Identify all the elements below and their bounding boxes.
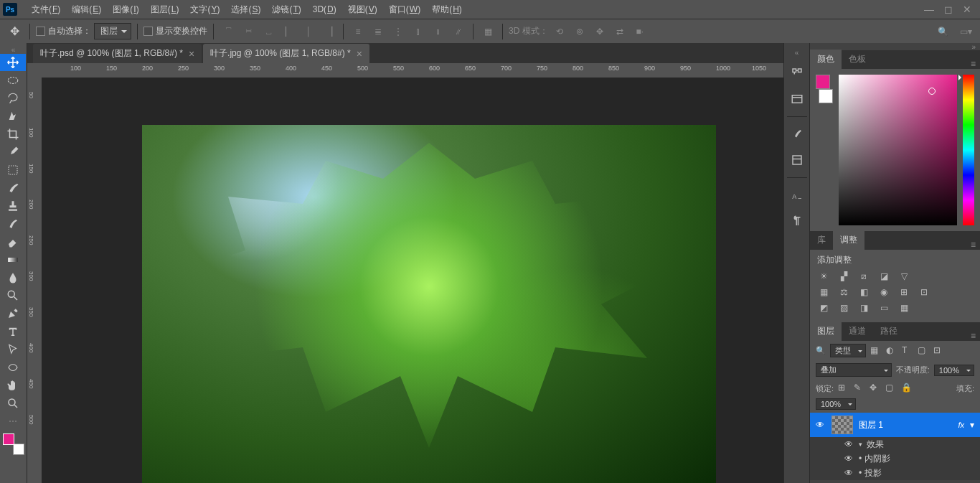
adjust-panel-menu[interactable]: ≡ bbox=[966, 240, 980, 250]
menu-3D[interactable]: 3D(D) bbox=[307, 0, 342, 19]
shape-tool[interactable] bbox=[0, 359, 26, 376]
channel-mixer-icon[interactable]: ⊞ bbox=[897, 286, 910, 298]
layer-thumbnail[interactable] bbox=[831, 416, 853, 434]
align-right-icon[interactable]: ▕ bbox=[320, 23, 337, 40]
selective-color-icon[interactable]: ▦ bbox=[897, 302, 910, 314]
tab-adjustments[interactable]: 调整 bbox=[833, 230, 864, 250]
minimize-button[interactable]: — bbox=[924, 4, 934, 15]
tab-swatches[interactable]: 色板 bbox=[842, 50, 873, 69]
zoom-3d-icon[interactable]: ■· bbox=[631, 23, 649, 40]
eyedropper-tool[interactable] bbox=[0, 144, 26, 161]
hue-icon[interactable]: ▦ bbox=[817, 286, 830, 298]
type-tool[interactable] bbox=[0, 323, 26, 340]
menu-编辑[interactable]: 编辑(E) bbox=[66, 0, 107, 19]
auto-select-target-dropdown[interactable]: 图层 bbox=[94, 23, 131, 39]
menu-窗口[interactable]: 窗口(W) bbox=[383, 0, 426, 19]
zoom-tool[interactable] bbox=[0, 395, 26, 412]
close-button[interactable]: ✕ bbox=[963, 4, 971, 15]
brightness-icon[interactable]: ☀ bbox=[817, 271, 830, 282]
lock-position-icon[interactable]: ✥ bbox=[870, 383, 881, 394]
bg-color-swatch[interactable] bbox=[13, 444, 24, 455]
ruler-origin[interactable] bbox=[27, 63, 42, 78]
lut-icon[interactable]: ⊡ bbox=[918, 286, 930, 298]
edit-toolbar[interactable]: ⋯ bbox=[0, 413, 26, 430]
hue-slider[interactable] bbox=[963, 75, 974, 225]
distribute-5-icon[interactable]: ⫾ bbox=[430, 23, 447, 40]
align-top-icon[interactable]: ⎴ bbox=[220, 23, 237, 40]
menu-图层[interactable]: 图层(L) bbox=[145, 0, 185, 19]
ruler-horizontal[interactable]: 1001502002503003504004505005506006507007… bbox=[42, 63, 783, 78]
layer-filter-dropdown[interactable]: 类型 bbox=[830, 344, 866, 357]
threshold-icon[interactable]: ◨ bbox=[857, 302, 870, 314]
canvas-viewport[interactable] bbox=[42, 78, 783, 483]
gradient-tool[interactable] bbox=[0, 251, 26, 268]
hand-tool[interactable] bbox=[0, 377, 26, 394]
distribute-6-icon[interactable]: ⫽ bbox=[450, 23, 467, 40]
dodge-tool[interactable] bbox=[0, 287, 26, 304]
maximize-button[interactable]: ◻ bbox=[944, 4, 953, 15]
panel-bg-swatch[interactable] bbox=[819, 89, 833, 103]
gradient-map-icon[interactable]: ▭ bbox=[877, 302, 890, 314]
lock-all-icon[interactable]: 🔒 bbox=[901, 383, 913, 394]
brush-presets-icon[interactable] bbox=[788, 151, 806, 169]
layers-panel-menu[interactable]: ≡ bbox=[966, 331, 980, 341]
brushes-panel-icon[interactable] bbox=[788, 126, 806, 143]
menu-选择[interactable]: 选择(S) bbox=[225, 0, 266, 19]
history-panel-icon[interactable] bbox=[788, 65, 806, 82]
screen-mode-icon[interactable]: ▭▾ bbox=[957, 23, 974, 40]
history-brush-tool[interactable] bbox=[0, 215, 26, 233]
roll-3d-icon[interactable]: ⊚ bbox=[571, 23, 588, 40]
tab-close-icon[interactable]: × bbox=[189, 48, 194, 60]
align-bottom-icon[interactable]: ⎵ bbox=[260, 23, 277, 40]
filter-adjust-icon[interactable]: ◐ bbox=[886, 345, 897, 357]
distribute-3-icon[interactable]: ⋮ bbox=[390, 23, 407, 40]
tab-color[interactable]: 颜色 bbox=[810, 50, 842, 69]
filter-pixel-icon[interactable]: ▦ bbox=[870, 345, 882, 357]
exposure-icon[interactable]: ◪ bbox=[877, 271, 890, 282]
menu-视图[interactable]: 视图(V) bbox=[342, 0, 383, 19]
menu-图像[interactable]: 图像(I) bbox=[107, 0, 144, 19]
layer-name[interactable]: 图层 1 bbox=[859, 419, 883, 431]
tab-layers[interactable]: 图层 bbox=[810, 322, 842, 341]
invert-icon[interactable]: ◩ bbox=[817, 302, 830, 314]
blend-mode-dropdown[interactable]: 叠加 bbox=[816, 363, 892, 377]
tab-libraries[interactable]: 库 bbox=[810, 230, 833, 250]
brush-tool[interactable] bbox=[0, 179, 26, 197]
toolbox-collapse[interactable]: « bbox=[0, 46, 27, 53]
visibility-toggle[interactable]: 👁 bbox=[844, 439, 854, 449]
filter-smart-icon[interactable]: ⊡ bbox=[933, 345, 945, 357]
distribute-2-icon[interactable]: ≣ bbox=[369, 23, 387, 40]
dock-collapse[interactable]: « bbox=[784, 49, 809, 56]
slide-3d-icon[interactable]: ⇄ bbox=[611, 23, 628, 40]
auto-select-checkbox[interactable]: 自动选择： bbox=[36, 25, 91, 37]
effects-header[interactable]: 👁 ▾ 效果 bbox=[810, 437, 980, 451]
color-panel-menu[interactable]: ≡ bbox=[966, 59, 980, 69]
posterize-icon[interactable]: ▨ bbox=[837, 302, 850, 314]
layer-row[interactable]: 👁 图层 1 fx ▾ bbox=[810, 413, 980, 437]
blur-tool[interactable] bbox=[0, 269, 26, 286]
lock-artboard-icon[interactable]: ▢ bbox=[885, 383, 897, 394]
search-icon[interactable]: 🔍 bbox=[934, 23, 951, 40]
document-canvas[interactable] bbox=[142, 125, 716, 483]
balance-icon[interactable]: ⚖ bbox=[837, 286, 850, 298]
ruler-vertical[interactable]: 50100150200250300350400450500 bbox=[27, 78, 42, 483]
distribute-1-icon[interactable]: ≡ bbox=[349, 23, 367, 40]
bw-icon[interactable]: ◧ bbox=[857, 286, 870, 298]
pen-tool[interactable] bbox=[0, 305, 26, 322]
effect-drop-shadow[interactable]: 👁 投影 bbox=[810, 466, 980, 480]
visibility-toggle[interactable]: 👁 bbox=[816, 420, 826, 430]
filter-type-icon[interactable]: T bbox=[902, 345, 913, 357]
pan-3d-icon[interactable]: ✥ bbox=[591, 23, 608, 40]
orbit-3d-icon[interactable]: ⟲ bbox=[551, 23, 568, 40]
effect-inner-shadow[interactable]: 👁 内阴影 bbox=[810, 451, 980, 466]
auto-align-icon[interactable]: ▦ bbox=[479, 23, 496, 40]
color-field[interactable] bbox=[839, 75, 957, 225]
show-transform-checkbox[interactable]: 显示变换控件 bbox=[143, 25, 207, 37]
lock-pixels-icon[interactable]: ✎ bbox=[854, 383, 865, 394]
fill-input[interactable]: 100% bbox=[816, 398, 856, 410]
quick-select-tool[interactable] bbox=[0, 108, 26, 125]
menu-文件[interactable]: 文件(F) bbox=[26, 0, 66, 19]
fx-chevron-icon[interactable]: ▾ bbox=[970, 420, 974, 430]
color-picker-cursor[interactable] bbox=[928, 88, 936, 95]
align-hcenter-icon[interactable]: │ bbox=[300, 23, 317, 40]
